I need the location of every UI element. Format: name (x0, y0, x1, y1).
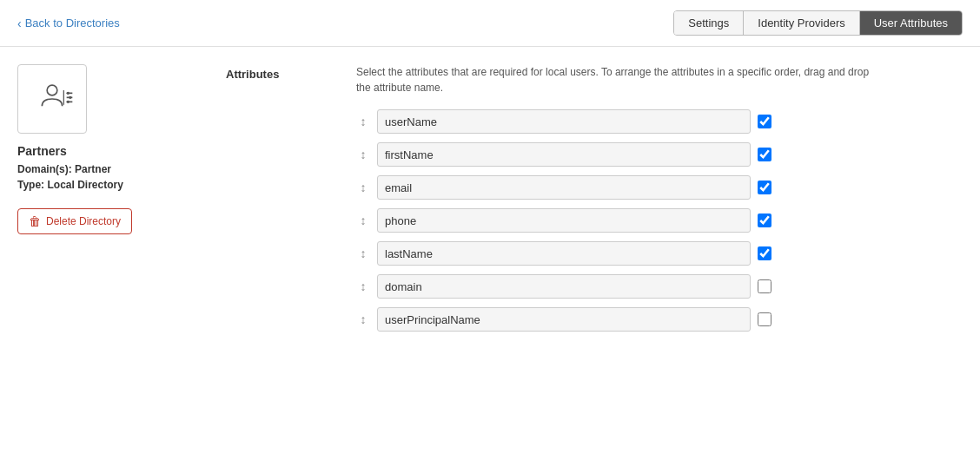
header: ‹ Back to Directories Settings Identity … (0, 0, 980, 47)
drag-handle-icon[interactable]: ↕ (356, 115, 370, 128)
attribute-checkbox[interactable] (758, 181, 771, 194)
back-arrow-icon: ‹ (17, 16, 22, 30)
type-value: Local Directory (47, 179, 122, 191)
attribute-name-input (377, 208, 751, 233)
domain-label: Domain(s): (17, 163, 72, 175)
attribute-checkbox[interactable] (758, 214, 771, 227)
directory-name: Partners (17, 144, 191, 158)
svg-point-0 (47, 85, 57, 95)
drag-handle-icon[interactable]: ↕ (356, 279, 370, 293)
sidebar: Partners Domain(s): Partner Type: Local … (17, 64, 191, 340)
attribute-checkbox[interactable] (758, 115, 771, 128)
svg-point-5 (69, 96, 71, 99)
svg-point-6 (67, 101, 70, 103)
tab-settings[interactable]: Settings (674, 11, 744, 35)
tab-identity-providers[interactable]: Identity Providers (744, 11, 859, 35)
attribute-checkbox[interactable] (758, 312, 771, 326)
attribute-name-input (377, 274, 751, 299)
tab-user-attributes[interactable]: User Attributes (860, 11, 962, 35)
delete-directory-button[interactable]: 🗑 Delete Directory (17, 208, 132, 234)
main-content: Partners Domain(s): Partner Type: Local … (0, 47, 980, 358)
domain-value: Partner (75, 163, 111, 175)
attributes-description: Select the attributes that are required … (356, 64, 877, 95)
attribute-checkbox[interactable] (758, 148, 771, 161)
drag-handle-icon[interactable]: ↕ (356, 246, 370, 260)
tab-group: Settings Identity Providers User Attribu… (673, 10, 963, 36)
attributes-label: Attributes (226, 64, 330, 340)
attribute-row: ↕ (356, 208, 963, 233)
attribute-row: ↕ (356, 175, 963, 200)
directory-domain: Domain(s): Partner (17, 163, 191, 175)
attribute-row: ↕ (356, 274, 963, 299)
attribute-name-input (377, 142, 751, 167)
attribute-checkbox[interactable] (758, 279, 771, 293)
trash-icon: 🗑 (29, 214, 41, 228)
type-label: Type: (17, 179, 44, 191)
attribute-row: ↕ (356, 109, 963, 134)
svg-point-4 (67, 92, 70, 95)
attribute-name-input (377, 241, 751, 266)
attributes-body: Select the attributes that are required … (356, 64, 963, 340)
delete-directory-label: Delete Directory (46, 215, 121, 227)
attribute-row: ↕ (356, 142, 963, 167)
drag-handle-icon[interactable]: ↕ (356, 181, 370, 194)
drag-handle-icon[interactable]: ↕ (356, 148, 370, 161)
drag-handle-icon[interactable]: ↕ (356, 214, 370, 227)
attribute-name-input (377, 307, 751, 332)
back-link-label: Back to Directories (25, 16, 120, 30)
attribute-name-input (377, 109, 751, 134)
directory-type: Type: Local Directory (17, 179, 191, 191)
attributes-section: Attributes Select the attributes that ar… (226, 64, 963, 340)
drag-handle-icon[interactable]: ↕ (356, 312, 370, 326)
back-to-directories-link[interactable]: ‹ Back to Directories (17, 16, 120, 30)
attribute-checkbox[interactable] (758, 246, 771, 260)
attribute-name-input (377, 175, 751, 200)
attribute-row: ↕ (356, 307, 963, 332)
directory-icon (30, 77, 74, 121)
attribute-row: ↕ (356, 241, 963, 266)
content-area: Attributes Select the attributes that ar… (191, 64, 963, 340)
directory-icon-container (17, 64, 87, 134)
attribute-rows-container: ↕↕↕↕↕↕↕ (356, 109, 963, 332)
